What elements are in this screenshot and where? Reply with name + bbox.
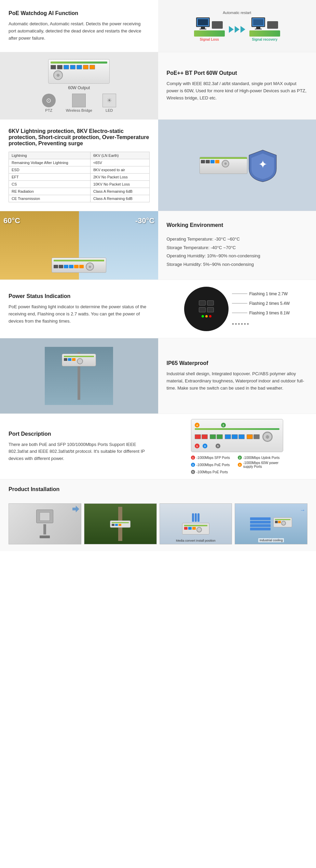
indicator-4: 4 [195, 423, 200, 428]
legend-item: 3-1000Mbps PoE Ports [191, 461, 236, 469]
poe60w-title: PoE++ BT Port 60W Output [167, 70, 308, 76]
wireless-bridge-label: Wireless Bridge [66, 108, 92, 112]
legend-item: 4-1000Mbps 60W power supply Ports [238, 461, 283, 469]
installation-photos: Media convert install position [0, 500, 316, 551]
wireless-bridge-device: Wireless Bridge [66, 94, 92, 112]
watchdog-title: PoE Watchdog AI Function [9, 10, 150, 16]
poe60w-visual: ⊕ 60W Output ⊙ PTZ Wireless Bridge ☀ LED [0, 52, 158, 119]
flash3-label: Flashing 3 times 8.1W [249, 311, 290, 315]
poe-port-2 [232, 434, 238, 439]
install-label-3: Media convert install position [176, 539, 216, 542]
protection-spec: 8KV exposed to air [90, 166, 149, 174]
install-label-4: Industrial cooling [258, 538, 284, 542]
legend-item: 2-1000Mbps Uplink Ports [238, 456, 283, 460]
protection-spec: Class A Remaining 6dB [90, 195, 149, 202]
section-watchdog: PoE Watchdog AI Function Automatic detec… [0, 0, 316, 52]
protection-feature: EFT [9, 174, 91, 181]
cooling-arrow: → [300, 507, 305, 513]
legend-color-dot: 1 [191, 456, 195, 460]
uplink-port-1 [210, 434, 216, 439]
power-diagram-container: Flashing 1 time 2.7W Flashing 2 times 5.… [184, 287, 290, 331]
uplink-port-2 [217, 434, 223, 439]
port-indicators-top: 4 2 [195, 423, 279, 428]
cooling-fins [250, 517, 271, 530]
60w-port-1 [247, 434, 253, 439]
protection-feature: Lightning [9, 152, 91, 159]
ports-text: Port Description There are both PoE and … [0, 414, 158, 479]
flash-2: Flashing 2 times 5.4W [232, 301, 290, 306]
protection-title: 6KV Lightning protection, 8KV Electro-st… [9, 128, 150, 147]
protection-spec: 2KV No Packet Loss [90, 174, 149, 181]
section-power-status: Power Status Indication PoE power flashi… [0, 280, 316, 338]
line-3 [232, 313, 247, 313]
protection-row-6: CE TransmissionClass A Remaining 6dB [9, 195, 150, 202]
waterproof-text: IP65 Waterproof Industrial shell design,… [158, 338, 316, 413]
outdoor-switch-visual [110, 520, 130, 528]
legend-item: 1-1000Mbps SFP Ports [191, 456, 236, 460]
signal-recovery-device: Signal recovery [249, 17, 280, 41]
shield-icon: ✦ [247, 148, 278, 182]
protection-row-2: ESD8KV exposed to air [9, 166, 150, 174]
protection-row-1: Remaining Voltage After Lightning<65V [9, 159, 150, 166]
legend-label: -1000Mbps SFP Ports [196, 456, 230, 460]
protection-table: Lightning6KV (LN Earth)Remaining Voltage… [9, 152, 150, 202]
port-jack [207, 300, 214, 306]
protection-row-4: CS10KV No Packet Loss [9, 181, 150, 188]
ports-visual: 4 2 ⊕ 1 [158, 414, 316, 479]
signal-recovery-icons [251, 17, 278, 29]
cooling-visual [250, 517, 292, 530]
flash2-label: Flashing 2 times 5.4W [249, 301, 290, 306]
section-waterproof: IP65 Waterproof Industrial shell design,… [0, 338, 316, 414]
legend-label: -1000Mbps PoE Ports [196, 463, 230, 467]
led-device: ☀ LED [102, 94, 116, 112]
operating-humidity: Operating Humidity: 10%~90% non-condensi… [167, 253, 260, 258]
camera-icon [212, 21, 223, 29]
sfp-port-2 [202, 434, 208, 439]
section-environment: 60°C -30°C ⊕ Working Environment Operati… [0, 211, 316, 280]
install-photo-3: Media convert install position [160, 503, 232, 544]
protection-feature: Remaining Voltage After Lightning [9, 159, 91, 166]
temp-cold: -30°C [135, 216, 154, 225]
indicator-2: 2 [221, 423, 226, 428]
protection-spec: Class A Remaining 6dB [90, 188, 149, 195]
power-status-title: Power Status Indication [9, 293, 150, 299]
svg-text:✦: ✦ [258, 158, 267, 171]
legend-label: -1000Mbps Uplink Ports [243, 456, 280, 460]
legend-color-dot: 3 [191, 463, 195, 467]
flash-1: Flashing 1 time 2.7W [232, 291, 290, 296]
watchdog-flow: Signal Loss [194, 17, 280, 41]
port-jack [207, 307, 214, 312]
signal-loss-icons [196, 17, 223, 29]
protection-visual: ⊕ ✦ [158, 120, 316, 211]
port-numbers-bottom: 1 3 5 [195, 444, 279, 448]
legend-label: -100Mbps PoE Ports [196, 470, 228, 474]
output-label: 60W Output [68, 85, 90, 90]
power-status-desc: PoE power flashing light indicator to de… [9, 303, 150, 325]
legend-color-dot: 5 [191, 470, 195, 474]
power-status-text: Power Status Indication PoE power flashi… [0, 280, 158, 338]
ports-circle [184, 287, 229, 331]
legend-color-dot: 4 [238, 463, 242, 467]
legend-label: -1000Mbps 60W power supply Ports [243, 461, 283, 469]
media-install-visual [182, 513, 209, 534]
section-ports: Port Description There are both PoE and … [0, 414, 316, 479]
signal-loss-device: Signal Loss [194, 17, 225, 41]
line-2 [232, 303, 247, 303]
waterproof-visual [0, 338, 158, 413]
sfp-port-1 [195, 434, 201, 439]
poe-port-3 [238, 434, 245, 439]
poe60w-desc: Comply with IEEE 802.3af / at/bt standar… [167, 80, 308, 101]
waterproof-title: IP65 Waterproof [167, 360, 308, 366]
led-label: LED [106, 108, 113, 112]
monitor-icon-2 [251, 17, 265, 29]
num-5: 5 [216, 444, 220, 448]
device-behind-shield: ⊕ [200, 157, 247, 174]
installation-header: Product Installation [0, 479, 316, 500]
port-jack [199, 307, 206, 312]
protection-row-5: RE RadiationClass A Remaining 6dB [9, 188, 150, 195]
watchdog-desc: Automatic detection, Automatic restart. … [9, 21, 150, 42]
led-orange [205, 315, 208, 317]
poe60w-text: PoE++ BT Port 60W Output Comply with IEE… [158, 52, 316, 119]
switch-center: ⊕ [52, 258, 106, 273]
environment-text: Working Environment Operating Temperatur… [158, 211, 316, 280]
